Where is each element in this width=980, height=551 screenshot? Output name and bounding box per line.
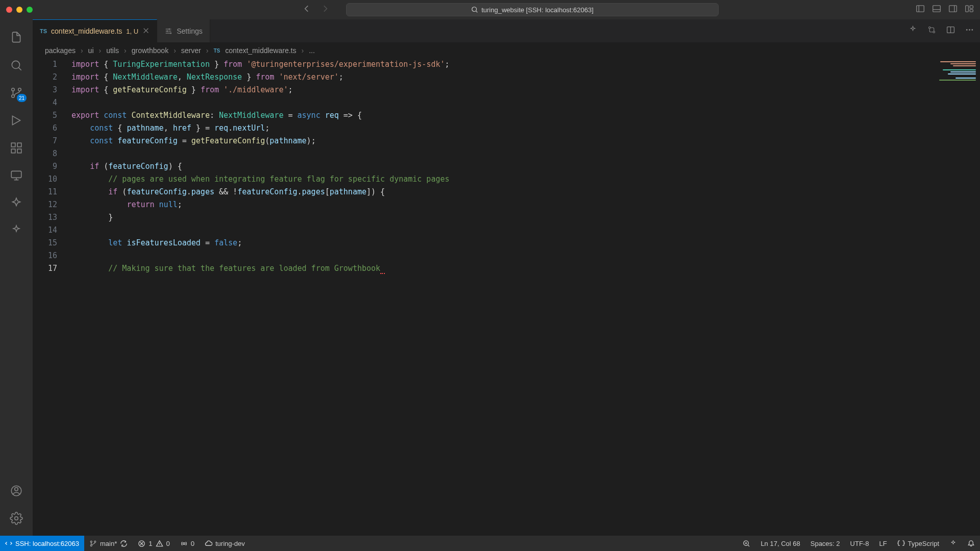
activity-search[interactable] bbox=[4, 53, 29, 78]
customize-layout-icon[interactable] bbox=[965, 4, 974, 15]
svg-point-22 bbox=[928, 27, 930, 29]
status-remote[interactable]: SSH: localhost:62063 bbox=[0, 536, 84, 551]
svg-point-20 bbox=[167, 31, 168, 32]
svg-rect-12 bbox=[17, 143, 21, 147]
cloud-icon bbox=[205, 540, 212, 547]
close-window[interactable] bbox=[6, 7, 12, 13]
main: 21 TS context_m bbox=[0, 19, 980, 536]
editor-region: TS context_middleware.ts 1, U Settings p… bbox=[33, 19, 980, 536]
svg-point-0 bbox=[472, 7, 477, 12]
extensions-icon bbox=[10, 141, 23, 155]
branch-icon bbox=[89, 540, 97, 547]
svg-rect-4 bbox=[966, 6, 969, 12]
scm-badge: 21 bbox=[17, 94, 27, 102]
maximize-window[interactable] bbox=[27, 7, 33, 13]
minimize-window[interactable] bbox=[16, 7, 22, 13]
bell-icon bbox=[967, 540, 975, 547]
svg-point-7 bbox=[12, 61, 19, 68]
svg-point-18 bbox=[15, 517, 18, 520]
svg-point-10 bbox=[12, 95, 14, 97]
zoom-icon bbox=[743, 540, 750, 547]
sparkles-icon bbox=[10, 196, 23, 210]
command-center[interactable]: turing_website [SSH: localhost:62063] bbox=[346, 3, 719, 16]
svg-rect-1 bbox=[917, 6, 924, 12]
activity-extensions[interactable] bbox=[4, 136, 29, 160]
status-eol[interactable]: LF bbox=[874, 540, 892, 547]
code-content[interactable]: import { TuringExperimentation } from '@… bbox=[71, 58, 980, 536]
svg-point-8 bbox=[12, 88, 14, 91]
status-ports[interactable]: 0 bbox=[175, 536, 200, 551]
statusbar: SSH: localhost:62063 main* 1 0 0 turing-… bbox=[0, 536, 980, 551]
nav-back-icon[interactable] bbox=[302, 4, 311, 15]
play-bug-icon bbox=[10, 114, 23, 127]
status-spaces[interactable]: Spaces: 2 bbox=[805, 540, 845, 547]
diff-action-icon[interactable] bbox=[927, 26, 936, 36]
sparkle-icon bbox=[949, 540, 957, 547]
svg-rect-13 bbox=[11, 149, 15, 153]
status-encoding[interactable]: UTF-8 bbox=[845, 540, 874, 547]
tab-file[interactable]: TS context_middleware.ts 1, U bbox=[33, 19, 157, 42]
status-language[interactable]: TypeScript bbox=[892, 540, 944, 547]
activity-source-control[interactable]: 21 bbox=[4, 81, 29, 105]
toggle-secondary-sidebar-icon[interactable] bbox=[948, 4, 958, 15]
svg-point-32 bbox=[183, 542, 185, 544]
status-env[interactable]: turing-dev bbox=[200, 536, 250, 551]
tab-filename: context_middleware.ts bbox=[51, 27, 122, 35]
crumb-file[interactable]: context_middleware.ts bbox=[225, 46, 296, 55]
status-copilot[interactable] bbox=[944, 540, 962, 547]
svg-point-23 bbox=[933, 31, 935, 33]
files-icon bbox=[10, 31, 23, 44]
activity-accounts[interactable] bbox=[4, 479, 29, 503]
activity-run-debug[interactable] bbox=[4, 108, 29, 133]
code-editor[interactable]: 123 456 789 101112 131415 1617 import { … bbox=[33, 58, 980, 536]
activity-settings[interactable] bbox=[4, 506, 29, 531]
tab-status: 1, U bbox=[126, 28, 138, 35]
breadcrumbs[interactable]: packages› ui› utils› growthbook› server›… bbox=[33, 43, 980, 58]
sparkle-action-icon[interactable] bbox=[909, 26, 917, 36]
nav-forward-icon[interactable] bbox=[321, 4, 330, 15]
svg-point-29 bbox=[94, 541, 96, 542]
line-gutter: 123 456 789 101112 131415 1617 bbox=[33, 58, 71, 536]
status-zoom[interactable] bbox=[738, 540, 755, 547]
svg-point-25 bbox=[966, 29, 968, 31]
remote-indicator-icon bbox=[5, 540, 12, 547]
error-icon bbox=[138, 540, 145, 547]
status-cursor[interactable]: Ln 17, Col 68 bbox=[755, 540, 805, 547]
account-icon bbox=[10, 484, 23, 497]
sliders-icon bbox=[164, 27, 173, 35]
more-actions-icon[interactable] bbox=[965, 26, 974, 36]
sync-icon[interactable] bbox=[120, 540, 128, 547]
crumb-tail[interactable]: ... bbox=[309, 46, 315, 55]
svg-point-9 bbox=[18, 88, 21, 91]
minimap[interactable] bbox=[919, 58, 980, 536]
activity-ai[interactable] bbox=[4, 218, 29, 243]
crumb[interactable]: server bbox=[181, 46, 201, 55]
svg-point-21 bbox=[170, 33, 172, 34]
crumb[interactable]: utils bbox=[106, 46, 119, 55]
activity-remote-explorer[interactable] bbox=[4, 163, 29, 188]
svg-point-26 bbox=[969, 29, 970, 31]
status-branch[interactable]: main* bbox=[84, 536, 133, 551]
svg-point-19 bbox=[169, 29, 170, 30]
sparkle-icon bbox=[10, 224, 22, 237]
svg-point-28 bbox=[90, 541, 92, 542]
window-controls bbox=[6, 7, 33, 13]
status-notifications[interactable] bbox=[962, 540, 980, 547]
split-editor-icon[interactable] bbox=[946, 26, 955, 36]
editor-tabs: TS context_middleware.ts 1, U Settings bbox=[33, 19, 980, 43]
toggle-panel-icon[interactable] bbox=[932, 4, 941, 15]
status-problems[interactable]: 1 0 bbox=[133, 536, 175, 551]
crumb[interactable]: ui bbox=[88, 46, 94, 55]
activity-extra[interactable] bbox=[4, 191, 29, 215]
crumb[interactable]: growthbook bbox=[132, 46, 168, 55]
close-icon[interactable] bbox=[142, 27, 150, 36]
remote-icon bbox=[10, 169, 23, 182]
warning-icon bbox=[156, 540, 163, 547]
activity-bar: 21 bbox=[0, 19, 33, 536]
crumb[interactable]: packages bbox=[45, 46, 76, 55]
brackets-icon bbox=[897, 540, 905, 547]
tab-settings[interactable]: Settings bbox=[157, 19, 210, 42]
activity-explorer[interactable] bbox=[4, 26, 29, 50]
editor-actions bbox=[909, 19, 974, 42]
toggle-primary-sidebar-icon[interactable] bbox=[916, 4, 925, 15]
